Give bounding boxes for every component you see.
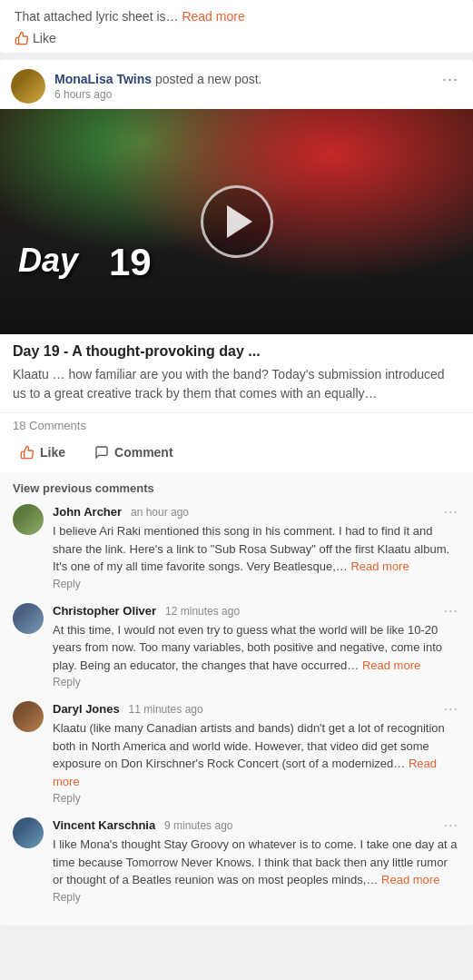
read-more-link[interactable]: Read more xyxy=(362,658,420,672)
day-label: Day xyxy=(18,242,78,280)
play-button[interactable] xyxy=(201,185,273,258)
play-triangle-icon xyxy=(227,205,252,238)
avatar xyxy=(13,504,44,535)
comment-time: 9 minutes ago xyxy=(164,819,232,832)
comments-section: View previous comments John Archer an ho… xyxy=(0,472,473,926)
reply-button[interactable]: Reply xyxy=(53,891,81,904)
comment-text: At this time, I would not even try to gu… xyxy=(53,621,460,675)
like-post-button[interactable]: Like xyxy=(13,441,73,463)
comment-body: John Archer an hour ago ··· I believe Ar… xyxy=(53,504,460,590)
comment-icon xyxy=(94,445,109,460)
post-action: posted a new post. xyxy=(155,72,262,86)
comment-author[interactable]: Daryl Jones xyxy=(53,702,120,716)
post-time: 6 hours ago xyxy=(54,88,262,101)
comment-options-button[interactable]: ··· xyxy=(442,603,460,619)
read-more-link[interactable]: Read more xyxy=(350,559,409,573)
comment-options-button[interactable]: ··· xyxy=(442,504,460,520)
avatar xyxy=(13,701,44,732)
comment-body: Christopher Oliver 12 minutes ago ··· At… xyxy=(53,603,460,689)
comment-text: I believe Ari Raki mentioned this song i… xyxy=(53,522,460,576)
post-card: MonaLisa Twins posted a new post. 6 hour… xyxy=(0,60,473,926)
read-more-link[interactable]: Read more xyxy=(182,9,244,24)
view-previous-comments[interactable]: View previous comments xyxy=(13,481,460,495)
like-icon xyxy=(15,31,29,45)
avatar xyxy=(11,69,45,104)
post-header: MonaLisa Twins posted a new post. 6 hour… xyxy=(0,60,473,109)
snippet-text: That attached lyric sheet is… Read more xyxy=(15,9,458,24)
post-excerpt: Klaatu … how familiar are you with the b… xyxy=(13,365,460,403)
comment-item: Vincent Karschnia 9 minutes ago ··· I li… xyxy=(13,817,460,904)
post-title: Day 19 - A thought-provoking day ... xyxy=(13,343,460,360)
comment-author[interactable]: Vincent Karschnia xyxy=(53,818,155,832)
comment-options-button[interactable]: ··· xyxy=(442,701,460,718)
comment-author[interactable]: John Archer xyxy=(53,505,122,519)
reply-button[interactable]: Reply xyxy=(53,578,81,590)
action-bar: Like Comment xyxy=(13,438,460,467)
reply-button[interactable]: Reply xyxy=(53,676,81,688)
comment-author[interactable]: Christopher Oliver xyxy=(53,604,156,618)
comment-options-button[interactable]: ··· xyxy=(442,817,460,834)
comments-count: 18 Comments xyxy=(13,419,460,432)
reply-button[interactable]: Reply xyxy=(53,792,81,805)
comment-time: 11 minutes ago xyxy=(129,703,203,716)
comment-item: Daryl Jones 11 minutes ago ··· Klaatu (l… xyxy=(13,701,460,805)
like-button[interactable]: Like xyxy=(15,31,56,45)
comment-text: Klaatu (like many Canadian artists and b… xyxy=(53,719,460,790)
read-more-link[interactable]: Read more xyxy=(381,873,439,886)
comment-text: I like Mona's thought Stay Groovy on wha… xyxy=(53,836,460,889)
post-author[interactable]: MonaLisa Twins xyxy=(54,72,152,86)
top-snippet-card: That attached lyric sheet is… Read more … xyxy=(0,0,473,53)
comment-item: John Archer an hour ago ··· I believe Ar… xyxy=(13,504,460,590)
day-number: 19 xyxy=(109,241,152,284)
like-icon xyxy=(20,445,34,460)
comment-body: Daryl Jones 11 minutes ago ··· Klaatu (l… xyxy=(53,701,460,805)
comment-time: 12 minutes ago xyxy=(165,605,240,618)
comment-body: Vincent Karschnia 9 minutes ago ··· I li… xyxy=(53,817,460,904)
avatar xyxy=(13,603,44,634)
post-options-button[interactable]: ··· xyxy=(439,69,462,89)
post-footer: 18 Comments Like Comment xyxy=(0,412,473,472)
post-body: Day 19 - A thought-provoking day ... Kla… xyxy=(0,334,473,412)
comment-time: an hour ago xyxy=(131,506,189,519)
post-image[interactable]: Day 19 xyxy=(0,109,473,334)
comment-item: Christopher Oliver 12 minutes ago ··· At… xyxy=(13,603,460,689)
avatar xyxy=(13,817,44,848)
comment-post-button[interactable]: Comment xyxy=(87,441,181,463)
